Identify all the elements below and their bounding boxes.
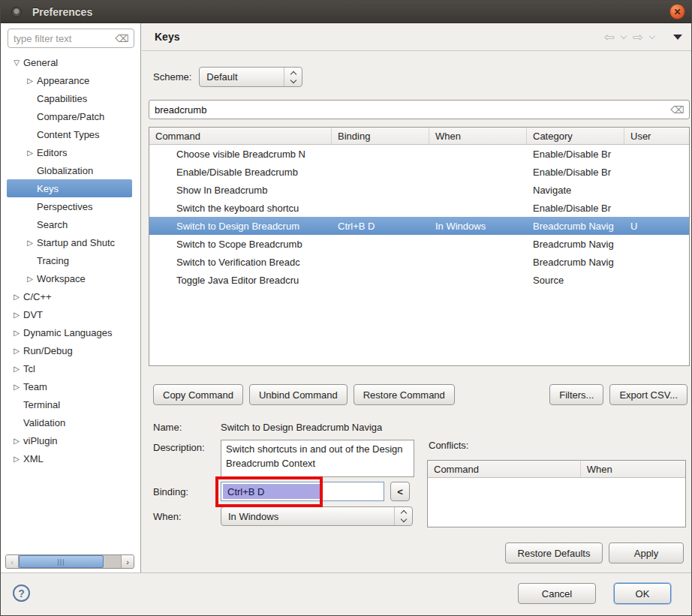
expand-arrow-icon[interactable]: ▷ xyxy=(10,365,23,373)
expand-arrow-icon[interactable]: ▷ xyxy=(23,77,37,85)
table-row[interactable]: Choose visible Breadcrumb NEnable/Disabl… xyxy=(149,145,689,163)
sidebar-item-workspace[interactable]: ▷Workspace xyxy=(7,269,132,287)
preference-tree: ▽General▷AppearanceCapabilitiesCompare/P… xyxy=(1,53,140,551)
search-field-wrap: ⌫ xyxy=(149,100,690,119)
back-history-chevron-icon[interactable] xyxy=(621,33,627,39)
tree-item-label: Content Types xyxy=(37,129,100,140)
sidebar-item-compare-patch[interactable]: Compare/Patch xyxy=(7,107,132,125)
scheme-select[interactable]: Default xyxy=(199,67,302,87)
expand-arrow-icon[interactable]: ▷ xyxy=(23,239,37,247)
sidebar-item-viplugin[interactable]: ▷viPlugin xyxy=(7,431,132,449)
tree-item-label: Keys xyxy=(37,183,59,194)
unbind-command-button[interactable]: Unbind Command xyxy=(249,384,348,405)
scheme-value: Default xyxy=(200,71,284,83)
binding-back-icon[interactable]: < xyxy=(390,482,410,501)
export-csv-button[interactable]: Export CSV... xyxy=(609,384,687,405)
spinner-icon xyxy=(284,68,302,86)
sidebar-item-perspectives[interactable]: Perspectives xyxy=(7,197,132,215)
sidebar-item-capabilities[interactable]: Capabilities xyxy=(7,89,132,107)
sidebar-item-terminal[interactable]: Terminal xyxy=(7,395,132,413)
filters-button[interactable]: Filters... xyxy=(549,384,603,405)
sidebar-item-validation[interactable]: Validation xyxy=(7,413,132,431)
sidebar-item-content-types[interactable]: Content Types xyxy=(7,125,132,143)
command-table-body: Choose visible Breadcrumb NEnable/Disabl… xyxy=(149,145,689,289)
close-icon[interactable]: ✕ xyxy=(669,4,685,20)
column-header-user[interactable]: User xyxy=(624,128,689,144)
sidebar-item-keys[interactable]: Keys xyxy=(7,179,132,197)
table-row[interactable]: Switch to Scope BreadcrumbBreadcrumb Nav… xyxy=(149,235,689,253)
sidebar-item-tcl[interactable]: ▷Tcl xyxy=(7,359,132,377)
sidebar-item-xml[interactable]: ▷XML xyxy=(7,449,132,467)
conflicts-column-when[interactable]: When xyxy=(581,461,685,477)
window-menu-icon[interactable] xyxy=(11,7,22,17)
column-header-category[interactable]: Category xyxy=(527,128,624,144)
ok-button[interactable]: OK xyxy=(614,583,671,604)
tree-item-label: Perspectives xyxy=(37,201,92,212)
expand-arrow-icon[interactable]: ▷ xyxy=(10,293,23,301)
cancel-button[interactable]: Cancel xyxy=(518,583,596,604)
sidebar-item-run-debug[interactable]: ▷Run/Debug xyxy=(7,341,132,359)
sidebar-item-globalization[interactable]: Globalization xyxy=(7,161,132,179)
sidebar-item-team[interactable]: ▷Team xyxy=(7,377,132,395)
conflicts-column-command[interactable]: Command xyxy=(428,461,581,477)
table-row[interactable]: Switch the keyboard shortcuEnable/Disabl… xyxy=(149,199,689,217)
tree-item-label: Appearance xyxy=(37,75,89,86)
name-label: Name: xyxy=(153,422,182,433)
column-header-binding[interactable]: Binding xyxy=(332,128,429,144)
scrollbar-track[interactable] xyxy=(104,555,121,568)
clear-search-icon[interactable]: ⌫ xyxy=(671,104,689,116)
sidebar-item-general[interactable]: ▽General xyxy=(7,53,132,71)
conflicts-table-header: Command When xyxy=(428,461,685,478)
column-header-when[interactable]: When xyxy=(429,128,527,144)
sidebar-item-dynamic-languages[interactable]: ▷Dynamic Languages xyxy=(7,323,132,341)
restore-defaults-button[interactable]: Restore Defaults xyxy=(505,542,603,563)
copy-command-button[interactable]: Copy Command xyxy=(153,384,243,405)
apply-button[interactable]: Apply xyxy=(609,542,684,563)
page-nav: ⇦ ⇨ xyxy=(604,23,683,51)
scrollbar-thumb[interactable]: ||| xyxy=(19,555,104,568)
sidebar-item-appearance[interactable]: ▷Appearance xyxy=(7,71,132,89)
table-row[interactable]: Show In BreadcrumbNavigate xyxy=(149,181,689,199)
sidebar-item-c-c-[interactable]: ▷C/C++ xyxy=(7,287,132,305)
search-input[interactable] xyxy=(149,104,671,116)
sidebar-horizontal-scrollbar[interactable]: ‹ ||| › xyxy=(5,554,134,569)
expand-arrow-icon[interactable]: ▷ xyxy=(10,383,23,391)
page-title: Keys xyxy=(155,31,179,43)
tree-item-label: XML xyxy=(23,453,44,464)
sidebar-item-editors[interactable]: ▷Editors xyxy=(7,143,132,161)
sidebar-item-dvt[interactable]: ▷DVT xyxy=(7,305,132,323)
expand-arrow-icon[interactable]: ▷ xyxy=(10,329,23,337)
collapse-arrow-icon[interactable]: ▽ xyxy=(10,59,23,67)
title-bar[interactable]: Preferences ✕ xyxy=(1,1,691,23)
back-icon[interactable]: ⇦ xyxy=(604,31,615,44)
scroll-left-icon[interactable]: ‹ xyxy=(6,555,19,568)
expand-arrow-icon[interactable]: ▷ xyxy=(10,455,23,463)
binding-input[interactable]: Ctrl+B D xyxy=(221,482,384,501)
sidebar-item-tracing[interactable]: Tracing xyxy=(7,251,132,269)
filter-input[interactable] xyxy=(8,33,116,44)
expand-arrow-icon[interactable]: ▷ xyxy=(10,347,23,355)
binding-selected-text: Ctrl+B D xyxy=(223,484,320,499)
cell-binding: Ctrl+B D xyxy=(332,221,429,232)
scroll-right-icon[interactable]: › xyxy=(121,555,134,568)
table-row[interactable]: Toggle Java Editor BreadcruSource xyxy=(149,271,689,289)
when-select[interactable]: In Windows xyxy=(221,506,413,526)
name-value: Switch to Design Breadcrumb Naviga xyxy=(221,422,417,433)
column-header-command[interactable]: Command xyxy=(149,128,332,144)
table-row[interactable]: Switch to Verification BreadcBreadcrumb … xyxy=(149,253,689,271)
sidebar-item-startup-and-shutc[interactable]: ▷Startup and Shutc xyxy=(7,233,132,251)
page-header: Keys ⇦ ⇨ xyxy=(142,23,691,51)
clear-filter-icon[interactable]: ⌫ xyxy=(116,33,134,44)
expand-arrow-icon[interactable]: ▷ xyxy=(23,275,37,283)
forward-history-chevron-icon[interactable] xyxy=(649,33,655,39)
help-icon[interactable]: ? xyxy=(13,584,30,602)
forward-icon[interactable]: ⇨ xyxy=(633,31,643,44)
table-row[interactable]: Enable/Disable BreadcrumbEnable/Disable … xyxy=(149,163,689,181)
expand-arrow-icon[interactable]: ▷ xyxy=(10,311,23,319)
view-menu-icon[interactable] xyxy=(673,35,682,40)
expand-arrow-icon[interactable]: ▷ xyxy=(10,437,23,445)
table-row[interactable]: Switch to Design BreadcrumCtrl+B DIn Win… xyxy=(149,217,689,235)
expand-arrow-icon[interactable]: ▷ xyxy=(23,149,37,157)
sidebar-item-search[interactable]: Search xyxy=(7,215,132,233)
restore-command-button[interactable]: Restore Command xyxy=(354,384,455,405)
